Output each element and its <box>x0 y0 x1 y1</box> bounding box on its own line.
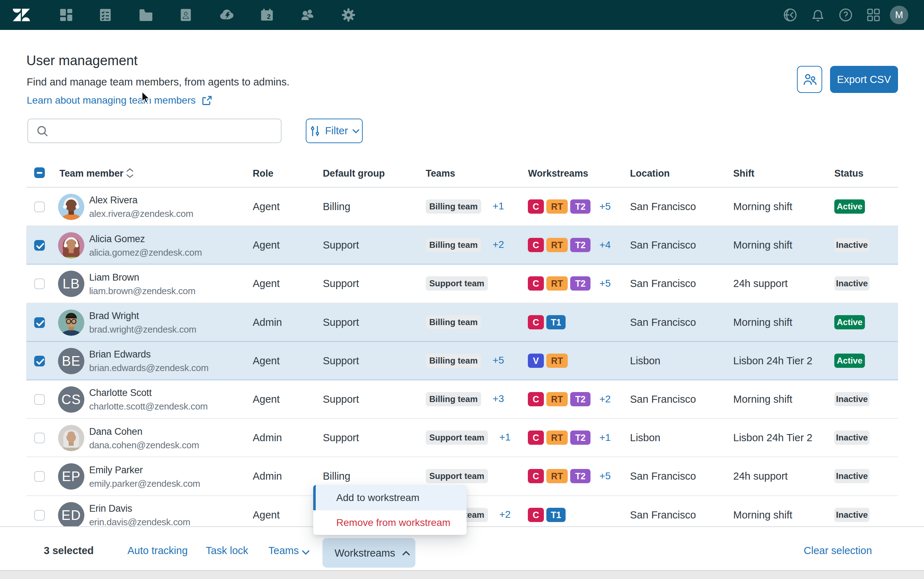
svg-text:2: 2 <box>267 13 271 20</box>
